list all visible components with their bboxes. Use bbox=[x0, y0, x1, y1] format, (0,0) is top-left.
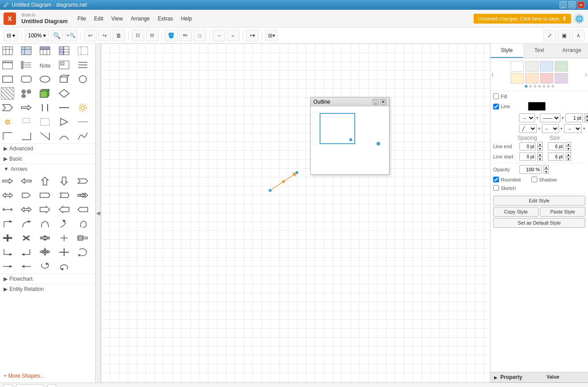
shape-list-2[interactable] bbox=[20, 59, 33, 71]
zoom-control[interactable]: 100% ▾ bbox=[25, 30, 49, 41]
line-end-spacing[interactable] bbox=[519, 142, 535, 150]
arrow-turn-ur[interactable] bbox=[20, 218, 33, 230]
arrow-4way-2[interactable] bbox=[57, 246, 71, 258]
line-end-size-up[interactable]: ▲ bbox=[566, 142, 571, 146]
shape-circle[interactable] bbox=[76, 73, 89, 85]
line-start-arrow[interactable]: → — bbox=[519, 113, 535, 122]
menu-extras[interactable]: Extras bbox=[154, 15, 177, 23]
shape-actor[interactable] bbox=[20, 116, 33, 128]
waypoints-btn[interactable]: → bbox=[213, 30, 225, 41]
outline-close[interactable]: ✕ bbox=[380, 99, 386, 105]
section-flowchart[interactable]: ▶ Flowchart bbox=[0, 274, 95, 284]
shape-rounded-rect[interactable] bbox=[20, 73, 33, 85]
line-style-select[interactable]: —— - - - bbox=[540, 113, 560, 122]
shape-dotted[interactable] bbox=[20, 87, 33, 100]
line-end-size-down[interactable]: ▼ bbox=[566, 146, 571, 151]
maximize-btn[interactable]: □ bbox=[568, 1, 576, 8]
arrow-f-l[interactable] bbox=[20, 260, 33, 273]
more-shapes-btn[interactable]: + More Shapes... bbox=[0, 369, 95, 383]
shape-note[interactable]: Note bbox=[38, 59, 52, 71]
arrow-circ-r[interactable] bbox=[76, 246, 89, 258]
collapse-btn[interactable]: ∧ bbox=[572, 30, 584, 41]
arrow-left[interactable] bbox=[20, 175, 33, 187]
arrow-4way[interactable] bbox=[38, 246, 52, 258]
shape-note2[interactable] bbox=[38, 116, 52, 128]
line-width-down[interactable]: ▼ bbox=[584, 118, 588, 122]
set-default-btn[interactable]: Set as Default Style bbox=[493, 218, 585, 228]
shape-table-5[interactable] bbox=[76, 44, 89, 57]
shape-diamond[interactable] bbox=[57, 87, 71, 100]
save-button[interactable]: Unsaved changes. Click here to save. ⬆ bbox=[474, 14, 571, 24]
shape-gear[interactable] bbox=[76, 101, 89, 114]
shape-3d-box[interactable] bbox=[38, 87, 52, 100]
line-width-input[interactable] bbox=[565, 113, 583, 122]
opacity-up[interactable]: ▲ bbox=[543, 165, 549, 169]
rounded-checkbox[interactable] bbox=[493, 177, 499, 182]
menu-view[interactable]: View bbox=[108, 15, 126, 23]
shape-line[interactable] bbox=[57, 101, 71, 114]
sketch-checkbox[interactable] bbox=[493, 185, 499, 191]
line-end-arrow-type[interactable]: ← → bbox=[542, 124, 560, 133]
shape-arrow-r[interactable] bbox=[20, 101, 33, 114]
shape-table-3[interactable] bbox=[38, 44, 52, 57]
undo-btn[interactable]: ↩ bbox=[84, 30, 97, 41]
arrow-notched-l[interactable] bbox=[76, 203, 89, 216]
arrow-fat-r[interactable] bbox=[38, 203, 52, 216]
line-start-spacing-up[interactable]: ▲ bbox=[537, 152, 543, 157]
zoom-in-btn[interactable]: +🔍 bbox=[65, 30, 77, 41]
shape-process[interactable]: ⚙ bbox=[1, 116, 14, 128]
shape-chevron-r[interactable] bbox=[1, 101, 14, 114]
sidebar-collapse[interactable]: ◀ bbox=[96, 44, 101, 383]
line-end-spacing-down[interactable]: ▼ bbox=[537, 146, 543, 151]
line-color-btn[interactable]: ✏ bbox=[179, 30, 192, 41]
arrow-bent[interactable] bbox=[20, 189, 33, 202]
arrow-curve-r[interactable] bbox=[57, 218, 71, 230]
line-end-size[interactable] bbox=[548, 142, 564, 150]
line-start-type[interactable]: ╱ — bbox=[519, 124, 537, 133]
swatch-lavender[interactable] bbox=[555, 73, 568, 84]
arrow-refresh[interactable] bbox=[38, 260, 52, 273]
swatch-pink[interactable] bbox=[540, 73, 553, 84]
fill-checkbox[interactable] bbox=[493, 93, 499, 99]
globe-button[interactable]: 🌐 bbox=[574, 13, 584, 24]
edit-style-btn[interactable]: Edit Style bbox=[493, 196, 585, 206]
fill-color-btn[interactable]: 🪣 bbox=[165, 30, 178, 41]
opacity-down[interactable]: ▼ bbox=[543, 169, 549, 174]
arrow-turn-r[interactable] bbox=[1, 218, 14, 230]
shape-stripe[interactable] bbox=[1, 87, 14, 100]
line-width-up[interactable]: ▲ bbox=[584, 113, 588, 118]
page-tab-1[interactable]: Page-1 bbox=[16, 384, 44, 387]
arrow-block-double[interactable] bbox=[76, 189, 89, 202]
swatch-orange[interactable] bbox=[525, 73, 539, 84]
arrow-f-r[interactable] bbox=[1, 260, 14, 273]
swatch-prev[interactable]: ‹ bbox=[491, 71, 494, 78]
swatch-light-gray[interactable] bbox=[525, 61, 539, 72]
shape-hline[interactable] bbox=[76, 116, 89, 128]
shape-card[interactable] bbox=[57, 59, 71, 71]
connection-btn[interactable]: ⌐ bbox=[227, 30, 239, 41]
section-basic[interactable]: ▶ Basic bbox=[0, 153, 95, 164]
table-btn[interactable]: ⊞ ▾ bbox=[265, 30, 278, 41]
shadow-btn[interactable]: □ bbox=[194, 30, 206, 41]
arrow-lr-double[interactable] bbox=[1, 203, 14, 216]
arrow-up[interactable] bbox=[38, 175, 52, 187]
arrow-u-turn[interactable] bbox=[38, 218, 52, 230]
shape-corner-tl[interactable] bbox=[1, 130, 14, 142]
shape-list-1[interactable] bbox=[1, 59, 14, 71]
menu-file[interactable]: File bbox=[74, 15, 89, 23]
section-advanced[interactable]: ▶ Advanced bbox=[0, 143, 95, 153]
tab-arrange[interactable]: Arrange bbox=[556, 44, 588, 58]
menu-arrange[interactable]: Arrange bbox=[127, 15, 154, 23]
swatch-light-blue[interactable] bbox=[540, 61, 553, 72]
tab-style[interactable]: Style bbox=[491, 44, 523, 58]
shape-rect[interactable] bbox=[1, 73, 14, 85]
paste-format-btn[interactable]: ⊟ bbox=[146, 30, 158, 41]
line-end-type[interactable]: → — bbox=[564, 124, 582, 133]
arrow-multi-2[interactable] bbox=[76, 232, 89, 244]
shape-play[interactable] bbox=[57, 116, 71, 128]
delete-btn[interactable]: 🗑 bbox=[113, 30, 125, 41]
copy-format-btn[interactable]: ⊡ bbox=[132, 30, 144, 41]
arrow-cross[interactable] bbox=[1, 232, 14, 244]
line-checkbox[interactable] bbox=[493, 104, 499, 109]
shape-bracket[interactable] bbox=[38, 101, 52, 114]
